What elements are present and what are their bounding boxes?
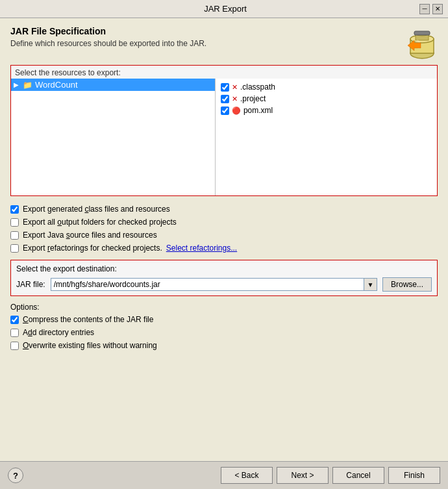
options-title: Options: (10, 303, 438, 312)
option-directory: Add directory entries (10, 326, 438, 339)
resources-section-label: Select the resources to export: (11, 66, 437, 79)
jar-path-input[interactable] (51, 279, 364, 290)
help-button[interactable]: ? (8, 468, 23, 483)
option-overwrite: Overwrite existing files without warning (10, 339, 438, 352)
jar-icon (406, 26, 438, 57)
jar-file-label: JAR file: (16, 280, 45, 289)
resources-tree-panel[interactable]: ▶ 📁 WordCount (11, 79, 216, 195)
classpath-icon: ✕ (232, 83, 238, 92)
minimize-button[interactable]: ─ (419, 4, 430, 14)
button-bar: ? < Back Next > Cancel Finish (0, 461, 448, 489)
file-label-pomxml: pom.xml (243, 106, 273, 115)
export-refactorings-checkbox[interactable] (10, 244, 19, 253)
back-button[interactable]: < Back (221, 467, 273, 484)
options-section: Options: Compress the contents of the JA… (10, 303, 438, 352)
project-icon-file: ✕ (232, 95, 238, 103)
tree-item-label: WordCount (35, 80, 78, 90)
file-item-classpath: ✕ .classpath (221, 81, 432, 93)
overwrite-label: Overwrite existing files without warning (23, 341, 157, 350)
file-checkbox-pomxml[interactable] (221, 107, 229, 115)
file-item-project: ✕ .project (221, 93, 432, 105)
export-source-files-checkbox[interactable] (10, 231, 19, 240)
option-compress: Compress the contents of the JAR file (10, 313, 438, 326)
header-section: JAR File Specification Define which reso… (10, 26, 438, 57)
project-icon: 📁 (23, 81, 32, 90)
cancel-button[interactable]: Cancel (332, 467, 384, 484)
compress-checkbox[interactable] (10, 316, 19, 324)
export-option-4: Export refactorings for checked projects… (10, 242, 438, 255)
title-bar: JAR Export ─ ✕ (0, 0, 448, 18)
close-button[interactable]: ✕ (432, 4, 443, 14)
directory-checkbox[interactable] (10, 329, 19, 337)
file-item-pomxml: 🔴 pom.xml (221, 105, 432, 116)
files-panel: ✕ .classpath ✕ .project 🔴 pom.xml (216, 79, 437, 195)
pomxml-icon: 🔴 (232, 107, 241, 115)
page-title: JAR File Specification (10, 26, 206, 36)
svg-rect-5 (414, 31, 430, 35)
destination-section: Select the export destination: JAR file:… (10, 260, 438, 296)
window-title: JAR Export (31, 4, 419, 14)
export-option-2: Export all output folders for checked pr… (10, 216, 438, 229)
resources-section: Select the resources to export: ▶ 📁 Word… (10, 65, 438, 196)
file-label-classpath: .classpath (240, 82, 275, 92)
jar-input-wrapper: ▼ (51, 278, 377, 291)
export-option-1: Export generated class files and resourc… (10, 203, 438, 216)
jar-dropdown-button[interactable]: ▼ (364, 279, 377, 290)
tree-item-wordcount[interactable]: ▶ 📁 WordCount (11, 79, 215, 91)
select-refactorings-link[interactable]: Select refactorings... (166, 244, 237, 253)
next-button[interactable]: Next > (277, 467, 329, 484)
export-option-2-label: Export all output folders for checked pr… (23, 218, 177, 227)
export-class-files-checkbox[interactable] (10, 205, 19, 214)
compress-label: Compress the contents of the JAR file (23, 315, 153, 324)
export-option-4-label: Export refactorings for checked projects… (23, 244, 162, 253)
export-options-area: Export generated class files and resourc… (10, 203, 438, 255)
destination-label: Select the export destination: (16, 264, 432, 273)
file-label-project: .project (240, 94, 266, 103)
page-subtitle: Define which resources should be exporte… (10, 39, 206, 48)
export-option-3: Export Java source files and resources (10, 229, 438, 242)
file-checkbox-classpath[interactable] (221, 83, 229, 92)
file-checkbox-project[interactable] (221, 95, 229, 103)
browse-button[interactable]: Browse... (382, 277, 432, 292)
finish-button[interactable]: Finish (388, 467, 440, 484)
overwrite-checkbox[interactable] (10, 342, 19, 350)
directory-label: Add directory entries (23, 328, 94, 337)
export-option-1-label: Export generated class files and resourc… (23, 205, 170, 214)
nav-buttons: < Back Next > Cancel Finish (221, 467, 440, 484)
tree-arrow: ▶ (14, 81, 20, 88)
export-output-folders-checkbox[interactable] (10, 218, 19, 227)
export-option-3-label: Export Java source files and resources (23, 231, 157, 240)
